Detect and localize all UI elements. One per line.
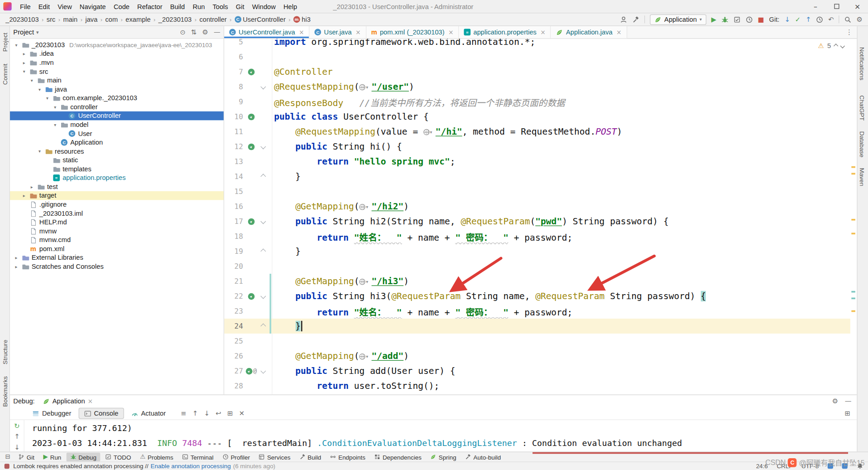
fold-marker-icon[interactable] [259,174,268,179]
code-line-21[interactable]: 21 @GetMapping(▾"/hi3") [224,274,850,289]
code-line-15[interactable]: 15 [224,184,850,199]
menu-code[interactable]: Code [110,1,133,12]
chevron-expanded-icon[interactable]: ▾ [37,87,43,92]
close-icon[interactable]: × [847,0,868,13]
code-line-25[interactable]: 25 [224,334,850,349]
minimize-icon[interactable]: – [805,0,826,13]
search-icon[interactable] [844,16,852,23]
code-line-19[interactable]: 19 } [224,244,850,259]
url-handler-icon[interactable]: ▾ [423,128,436,136]
chevron-expanded-icon[interactable]: ▾ [52,104,58,109]
breadcrumb-main[interactable]: main [63,15,77,23]
line-ending-indicator[interactable]: CRLF [777,463,792,470]
spring-mapping-gutter-icon[interactable]: ▸ [244,218,259,225]
code-line-13[interactable]: 13 return "hello spring mvc"; [224,154,850,169]
tree-item-target[interactable]: ▸target [10,191,224,200]
gear-icon[interactable]: ⚙ [202,28,208,36]
close-tab-icon[interactable]: × [448,29,453,36]
code-line-16[interactable]: 16 @GetMapping(▾"/hi2") [224,199,850,214]
close-tab-icon[interactable]: × [616,29,621,36]
maximize-icon[interactable] [826,0,847,13]
tree-item-20230103[interactable]: ▾_20230103D:\workspace\workspace_javaee\… [10,40,224,49]
tree-item-model[interactable]: ▾model [10,120,224,129]
menu-help[interactable]: Help [279,1,301,12]
spring-mapping-gutter-icon[interactable]: ▸ [244,68,259,75]
hide-panel-icon[interactable]: — [845,397,852,405]
chevron-collapsed-icon[interactable]: ▸ [21,51,27,56]
menu-window[interactable]: Window [248,1,279,12]
tree-item-scratches-and-consoles[interactable]: ▸Scratches and Consoles [10,262,224,271]
code-line-14[interactable]: 14 } [224,169,850,184]
profiler-button[interactable] [746,16,753,23]
down-icon[interactable]: ↓ [204,409,210,417]
indicator-icon[interactable] [842,463,848,469]
locate-icon[interactable]: ⊙ [180,28,185,36]
history-button[interactable] [816,16,823,23]
fold-marker-icon[interactable] [259,219,268,223]
next-problem-icon[interactable] [840,44,845,48]
breadcrumb-controller[interactable]: controller [199,15,226,23]
toolwindow-button-run[interactable]: ▶Run [39,452,65,461]
prev-problem-icon[interactable] [834,44,838,48]
tree-item-templates[interactable]: templates [10,165,224,174]
tab-pom-xml-20230103[interactable]: mpom.xml (_20230103)× [366,26,459,38]
tree-item-mvn[interactable]: ▸.mvn [10,58,224,67]
breadcrumb-com[interactable]: com [105,15,118,23]
tab-application-properties[interactable]: ≡application.properties× [459,26,551,38]
code-line-24[interactable]: 24 } [224,319,850,334]
gear-icon[interactable]: ⚙ [857,15,863,23]
tree-item-src[interactable]: ▾src [10,67,224,76]
code-line-11[interactable]: 11 @RequestMapping(value = ▾"/hi", metho… [224,124,850,139]
grid-icon[interactable]: ⊞ [227,409,233,417]
code-line-6[interactable]: 6 [224,49,850,64]
coverage-button[interactable] [734,16,741,23]
code-line-22[interactable]: 22▸ public String hi3(@RequestParam Stri… [224,289,850,304]
run-configuration-select[interactable]: Application▾ [650,14,706,24]
enable-annotation-processing-link[interactable]: Enable annotation processing [151,463,231,470]
caret-position[interactable]: 24:6 [756,463,768,470]
close-tab-icon[interactable]: × [541,29,546,36]
tree-item-main[interactable]: ▾main [10,76,224,85]
chevron-collapsed-icon[interactable]: ▸ [21,193,27,198]
toolwindow-button-dependencies[interactable]: Dependencies [370,452,425,461]
breadcrumb-hi3[interactable]: mhi3 [293,15,311,23]
tree-item-test[interactable]: ▸test [10,182,224,191]
toolwindow-button-problems[interactable]: ⚠Problems [136,452,177,461]
fold-marker-icon[interactable] [259,145,268,149]
stop-button[interactable]: ■ [758,15,764,23]
chevron-collapsed-icon[interactable]: ▸ [21,60,27,65]
code-line-28[interactable]: 28 return user.toString(); [224,378,850,393]
code-line-7[interactable]: 7▸@Controller [224,64,850,79]
toolwindow-button-terminal[interactable]: Terminal [178,452,217,461]
chevron-collapsed-icon[interactable]: ▸ [29,184,35,189]
debug-button[interactable] [721,16,729,23]
chevron-expanded-icon[interactable]: ▾ [21,69,27,74]
menu-icon[interactable]: ≡ [181,409,186,417]
gear-icon[interactable]: ⚙ [832,397,838,405]
close-tab-icon[interactable]: × [299,29,304,36]
debug-console[interactable]: ↻↑↓» running for 377.612)2023-01-03 14:4… [10,420,857,452]
tool-strip-notifications[interactable]: Notifications [858,47,865,80]
tree-item-mvnw-cmd[interactable]: mvnw.cmd [10,236,224,245]
breadcrumb-src[interactable]: src [47,15,56,23]
toolwindow-button-spring[interactable]: Spring [427,452,460,461]
toolwindow-button-profiler[interactable]: Profiler [218,452,254,461]
rerun-icon[interactable]: ↻ [14,422,19,430]
tree-item-gitignore[interactable]: .gitignore [10,200,224,209]
softwrap-icon[interactable]: ↩ [216,409,221,417]
toolwindow-button-build[interactable]: Build [295,452,325,461]
chevron-down-icon[interactable]: ▾ [36,29,39,35]
menu-build[interactable]: Build [166,1,189,12]
spring-mapping-gutter-icon[interactable]: ▸ [244,113,259,120]
down-icon[interactable]: ↓ [14,443,19,451]
tree-item-idea[interactable]: ▸.idea [10,49,224,58]
project-panel-title[interactable]: Project [13,28,34,36]
git-update-button[interactable]: ↓ [784,15,790,23]
tool-strip-commit[interactable]: Commit [2,64,9,85]
rollback-button[interactable]: ↶ [828,15,834,23]
tree-item-pom-xml[interactable]: mpom.xml [10,244,224,253]
git-commit-button[interactable]: ✓ [795,15,801,23]
hammer-icon[interactable] [632,16,639,23]
spring-mapping-gutter-icon[interactable]: ▸ [244,293,259,300]
close-tab-icon[interactable]: × [355,29,360,36]
